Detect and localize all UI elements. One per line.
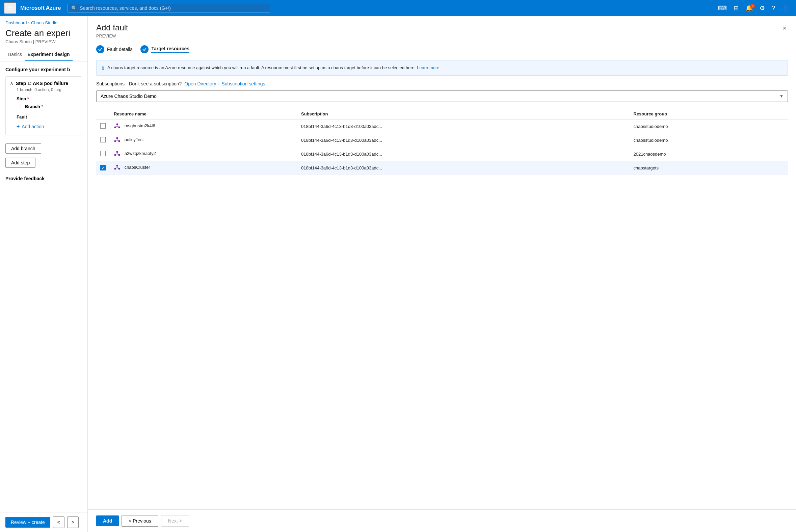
left-bottom-bar: Review + create < >	[0, 512, 88, 532]
table-header-row: Resource name Subscription Resource grou…	[96, 109, 788, 119]
open-directory-link[interactable]: Open Directory + Subscription settings	[184, 81, 265, 87]
table-row[interactable]: ✓ chaosCluster 018bf144-3a6d-4c13-b1d3-d…	[96, 161, 788, 175]
wizard-step-fault-details[interactable]: Fault details	[96, 45, 132, 53]
wizard-step-target-resources[interactable]: Target resources	[140, 45, 189, 53]
row-checkbox[interactable]: ✓	[100, 165, 106, 170]
plus-icon: +	[17, 124, 20, 130]
resources-table: Resource name Subscription Resource grou…	[96, 109, 788, 175]
previous-button[interactable]: < Previous	[121, 515, 158, 527]
wizard-step-label-1: Fault details	[107, 46, 132, 52]
add-branch-button[interactable]: Add branch	[5, 144, 41, 154]
svg-point-7	[116, 137, 118, 139]
app-logo: Microsoft Azure	[20, 5, 61, 11]
svg-line-19	[116, 154, 117, 155]
tab-basics[interactable]: Basics	[5, 48, 25, 61]
svg-point-14	[116, 151, 118, 153]
step-box: ∧ Step 1: AKS pod failure 1 branch, 0 ac…	[5, 76, 82, 135]
row-checkbox[interactable]	[100, 151, 106, 156]
wizard-step-label-2: Target resources	[151, 46, 189, 53]
row-resource-group: 2021chaosdemo	[629, 147, 788, 161]
table-row[interactable]: policyTest 018bf144-3a6d-4c13-b1d3-d100a…	[96, 133, 788, 147]
panel-header: Add fault PREVIEW ×	[88, 16, 796, 38]
notifications-button[interactable]: 🔔 2	[743, 3, 756, 13]
configure-title: Configure your experiment b	[5, 67, 82, 72]
row-resource-group: chaosstudiodemo	[629, 119, 788, 133]
step-header: ∧ Step 1: AKS pod failure	[10, 81, 78, 86]
panel-subtitle: PREVIEW	[96, 34, 128, 38]
resource-icon	[114, 123, 120, 130]
resource-name-text: a2wzqzkmaoty2	[125, 151, 156, 156]
svg-point-10	[116, 139, 118, 141]
row-resource-name: a2wzqzkmaoty2	[110, 147, 297, 161]
step-title: Step 1: AKS pod failure	[16, 81, 68, 86]
svg-point-17	[116, 153, 118, 155]
subscription-dropdown-container: Azure Chaos Studio Demo ▼	[96, 91, 788, 102]
search-input[interactable]	[80, 5, 266, 11]
tab-experiment-design[interactable]: Experiment design	[25, 48, 72, 61]
wizard-step-circle-2	[140, 45, 149, 53]
svg-point-1	[114, 127, 116, 128]
tabs: Basics Experiment design	[0, 48, 88, 61]
info-text: A chaos target resource is an Azure reso…	[107, 64, 439, 71]
row-subscription: 018bf144-3a6d-4c13-b1d3-d100a03adc...	[297, 147, 629, 161]
svg-point-0	[116, 124, 118, 125]
help-button[interactable]: ?	[769, 3, 778, 13]
resource-icon	[114, 137, 120, 144]
next-button: Next >	[161, 515, 189, 527]
row-resource-name: policyTest	[110, 133, 297, 147]
dropdown-selected-value: Azure Chaos Studio Demo	[100, 94, 157, 99]
step-chevron[interactable]: ∧	[10, 81, 13, 86]
add-step-button[interactable]: Add step	[5, 158, 35, 168]
review-create-button[interactable]: Review + create	[5, 517, 50, 528]
settings-button[interactable]: ⚙	[757, 3, 767, 13]
svg-line-5	[116, 126, 117, 127]
svg-point-22	[114, 168, 116, 170]
svg-point-21	[116, 165, 118, 167]
hamburger-menu[interactable]: ☰	[4, 2, 16, 14]
breadcrumb-chaos-studio[interactable]: Chaos Studio	[31, 20, 57, 25]
notification-badge: 2	[750, 4, 755, 8]
svg-line-6	[118, 126, 119, 127]
svg-line-26	[116, 168, 117, 168]
table-row[interactable]: a2wzqzkmaoty2 018bf144-3a6d-4c13-b1d3-d1…	[96, 147, 788, 161]
account-button[interactable]: 👤	[779, 3, 792, 13]
table-header-resource-group: Resource group	[629, 109, 788, 119]
left-content: Configure your experiment b ∧ Step 1: AK…	[0, 61, 88, 512]
step-info: 1 branch, 0 action, 0 targ	[17, 88, 78, 92]
table-row[interactable]: msghustm2k4l6 018bf144-3a6d-4c13-b1d3-d1…	[96, 119, 788, 133]
subscription-row: Subscriptions - Don't see a subscription…	[88, 81, 796, 91]
svg-line-13	[118, 140, 119, 141]
cloud-shell-button[interactable]: ⌨	[715, 3, 729, 13]
left-panel: Dashboard › Chaos Studio Create an exper…	[0, 16, 88, 532]
breadcrumb-dashboard[interactable]: Dashboard	[5, 20, 27, 25]
wizard-step-circle-1	[96, 45, 104, 53]
step-required: *	[27, 96, 29, 101]
info-box: ℹ A chaos target resource is an Azure re…	[96, 60, 788, 76]
wizard-steps: Fault details Target resources	[88, 38, 796, 60]
close-button[interactable]: ×	[781, 23, 788, 33]
row-checkbox[interactable]	[100, 137, 106, 142]
portal-menu-button[interactable]: ⊞	[731, 3, 741, 13]
row-checkbox-cell[interactable]	[96, 147, 110, 161]
next-nav-button[interactable]: >	[67, 516, 79, 528]
subscription-dropdown[interactable]: Azure Chaos Studio Demo ▼	[96, 91, 788, 102]
row-checkbox[interactable]	[100, 123, 106, 129]
provide-feedback: Provide feedback	[5, 176, 82, 181]
row-checkbox-cell[interactable]: ✓	[96, 161, 110, 175]
resource-icon	[114, 151, 120, 157]
svg-point-9	[118, 140, 120, 142]
search-bar[interactable]: 🔍	[68, 4, 270, 13]
previous-nav-button[interactable]: <	[53, 516, 64, 528]
row-resource-name: msghustm2k4l6	[110, 119, 297, 133]
row-checkbox-cell[interactable]	[96, 133, 110, 147]
add-button[interactable]: Add	[96, 515, 119, 526]
svg-line-20	[118, 154, 119, 155]
learn-more-link[interactable]: Learn more	[417, 65, 439, 70]
row-checkbox-cell[interactable]	[96, 119, 110, 133]
topbar-icons: ⌨ ⊞ 🔔 2 ⚙ ? 👤	[715, 3, 792, 13]
topbar: ☰ Microsoft Azure 🔍 ⌨ ⊞ 🔔 2 ⚙ ? 👤	[0, 0, 796, 16]
svg-point-2	[118, 127, 120, 128]
row-resource-name: chaosCluster	[110, 161, 297, 175]
breadcrumb: Dashboard › Chaos Studio	[0, 16, 88, 27]
add-action-button[interactable]: + Add action	[17, 122, 44, 131]
